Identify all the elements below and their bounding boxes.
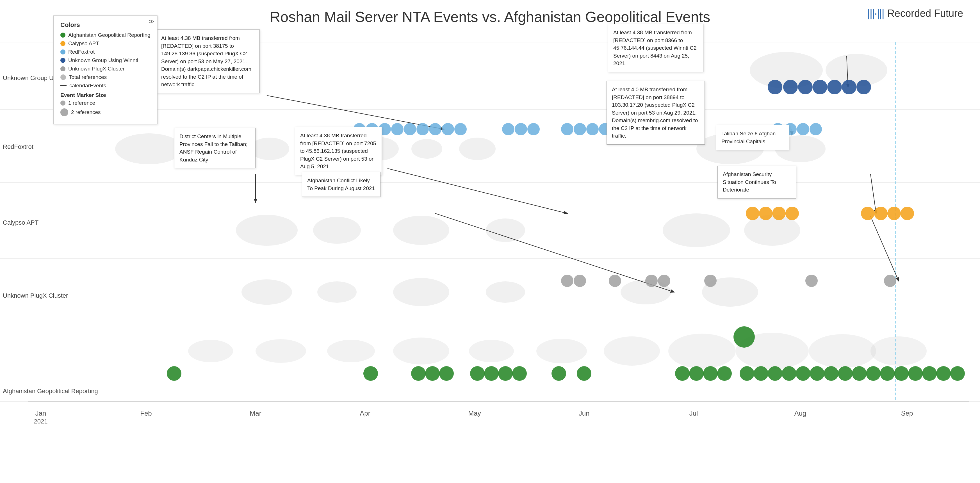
svg-text:Jun: Jun [579,410,590,417]
svg-point-85 [561,123,573,135]
svg-point-94 [746,207,759,220]
svg-point-131 [824,366,838,381]
svg-point-100 [887,207,901,220]
svg-point-126 [754,366,768,381]
svg-point-83 [515,123,527,135]
legend-items: Afghanistan Geopolitical ReportingCalyps… [60,32,151,89]
svg-point-70 [827,80,842,94]
legend-item: RedFoxtrot [60,49,151,55]
collapse-icon[interactable]: ≫ [148,18,154,25]
legend-box: ≫ Colors Afghanistan Geopolitical Report… [53,16,158,124]
svg-point-26 [536,338,587,363]
svg-text:Aug: Aug [794,410,807,417]
svg-point-113 [425,366,440,381]
svg-point-114 [439,366,454,381]
svg-point-18 [486,281,525,303]
svg-point-14 [744,215,800,246]
tooltip-calypso-aug: At least 4.38 MB transferred from [REDAC… [295,127,382,175]
legend-item: Total references [60,74,151,80]
svg-point-116 [484,366,499,381]
legend-item: Calypso APT [60,40,151,47]
svg-point-107 [704,275,717,287]
svg-point-87 [586,123,599,135]
svg-point-104 [609,275,621,287]
tooltip-district-centers: District Centers in Multiple Provinces F… [174,128,256,168]
logo-icon: |||·||| [867,7,884,20]
svg-text:Unknown PlugX Cluster: Unknown PlugX Cluster [3,292,68,299]
svg-point-120 [577,366,591,381]
svg-point-111 [363,366,378,381]
svg-text:RedFoxtrot: RedFoxtrot [3,143,33,150]
svg-point-102 [561,275,573,287]
svg-point-23 [327,340,375,362]
legend-item: Unknown PlugX Cluster [60,66,151,72]
svg-point-121 [675,366,690,381]
svg-point-108 [805,275,818,287]
svg-line-48 [435,213,674,292]
chart-title: Roshan Mail Server NTA Events vs. Afghan… [270,8,710,25]
legend-size-item: 1 reference [60,100,151,106]
svg-point-97 [785,207,799,220]
svg-point-33 [826,54,887,86]
svg-point-118 [512,366,527,381]
svg-point-115 [470,366,485,381]
svg-line-46 [388,168,567,213]
svg-text:Jul: Jul [689,410,698,417]
svg-point-103 [574,275,586,287]
legend-item: calendarEvents [60,83,151,89]
svg-point-135 [880,366,895,381]
svg-point-30 [809,334,876,368]
svg-point-21 [188,340,233,362]
svg-point-11 [393,216,449,245]
svg-point-86 [574,123,586,135]
tooltip-redfoxtrot-may: At least 4.38 MB transferred from [REDAC… [156,30,260,93]
svg-text:Calypso APT: Calypso APT [3,219,38,226]
svg-point-15 [242,280,292,305]
svg-point-19 [620,280,671,304]
svg-point-77 [404,123,416,135]
svg-text:Afghanistan Geopolitical Repor: Afghanistan Geopolitical Reporting [3,388,98,394]
svg-point-0 [115,133,183,164]
svg-point-101 [900,207,914,220]
svg-point-78 [417,123,429,135]
legend-item: Afghanistan Geopolitical Reporting [60,32,151,38]
svg-point-117 [498,366,513,381]
logo-text: Recorded Future [887,8,963,19]
svg-point-95 [759,207,773,220]
svg-point-136 [894,366,909,381]
svg-point-24 [393,338,449,364]
svg-point-82 [502,123,514,135]
svg-point-71 [842,80,856,94]
svg-point-128 [782,366,796,381]
tooltip-security-deteriorate: Afghanistan Security Situation Continues… [718,166,796,199]
svg-point-72 [856,80,871,94]
svg-point-122 [689,366,704,381]
svg-point-66 [768,80,782,94]
svg-point-109 [884,275,896,287]
svg-point-76 [391,123,404,135]
svg-point-16 [317,281,356,303]
svg-point-22 [256,339,306,363]
svg-text:Apr: Apr [360,410,370,417]
svg-point-13 [663,213,730,247]
svg-point-17 [393,278,449,306]
svg-point-127 [768,366,782,381]
svg-point-20 [702,278,758,307]
svg-point-124 [717,366,732,381]
legend-size-items: 1 reference2 references [60,100,151,116]
svg-point-2 [250,138,289,160]
svg-line-49 [870,216,899,281]
svg-line-47 [870,174,876,213]
svg-point-125 [740,366,754,381]
logo: |||·||| Recorded Future [867,7,963,20]
tooltip-conflict-peak: Afghanistan Conflict Likely To Peak Duri… [302,172,380,197]
svg-point-25 [469,340,514,362]
svg-point-134 [866,366,881,381]
svg-point-119 [552,366,566,381]
svg-point-129 [796,366,810,381]
svg-point-32 [750,52,823,89]
svg-point-84 [527,123,540,135]
svg-point-141 [733,326,755,348]
svg-text:Feb: Feb [140,410,152,417]
svg-point-27 [604,337,660,365]
